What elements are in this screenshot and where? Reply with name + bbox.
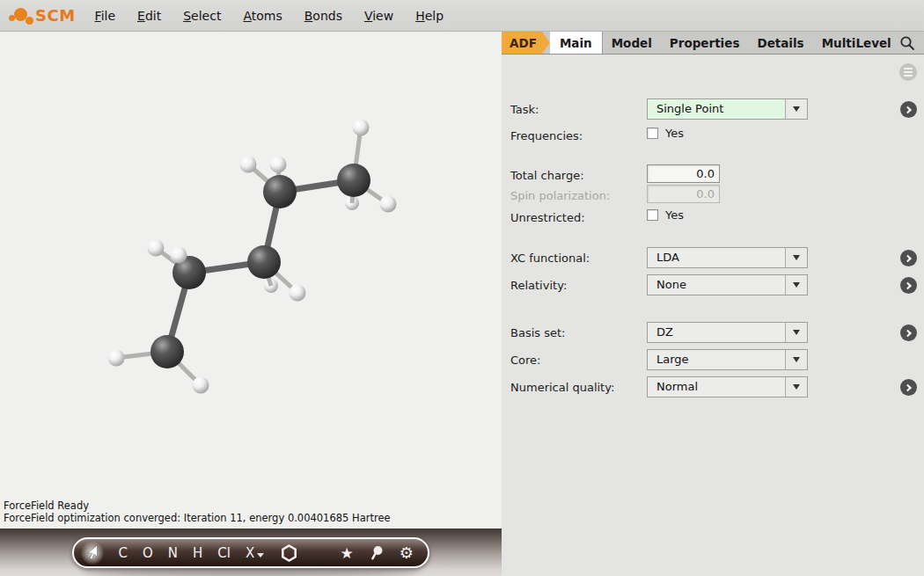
molecule-viewport[interactable]: ForceField Ready ForceField optimization…	[0, 32, 502, 576]
basis-set-dropdown[interactable]: DZ	[647, 322, 808, 343]
row-frequencies: Frequencies: Yes	[510, 125, 917, 148]
carbon-atom[interactable]	[263, 175, 297, 208]
tab-details[interactable]: Details	[748, 32, 812, 54]
spin-polarization-label: Spin polarization:	[510, 189, 610, 202]
scm-logo-menu[interactable]: SCM	[9, 4, 76, 28]
select-tool-button[interactable]	[81, 542, 104, 565]
input-panel: ADF Main Model Properties Details MultiL…	[502, 32, 924, 576]
tab-bar: ADF Main Model Properties Details MultiL…	[502, 32, 924, 55]
relativity-dropdown[interactable]: None	[647, 274, 808, 295]
hydrogen-atom[interactable]	[240, 157, 257, 173]
frequencies-yes-label: Yes	[665, 127, 684, 140]
structure-toolbar: CONHClX ★ ⚙	[72, 537, 429, 568]
numerical-quality-label: Numerical quality:	[510, 381, 614, 394]
relativity-detail-button[interactable]	[900, 277, 917, 294]
menu-file[interactable]: File	[95, 9, 115, 23]
row-task: Task: Single Point	[510, 98, 917, 121]
adf-engine-tag[interactable]: ADF	[502, 32, 550, 54]
dropdown-arrow-icon[interactable]	[785, 99, 807, 119]
frequencies-label: Frequencies:	[510, 129, 583, 142]
dropdown-arrow-icon[interactable]	[785, 350, 807, 369]
balloon-icon	[369, 544, 385, 562]
numerical-quality-dropdown[interactable]: Normal	[647, 376, 808, 397]
element-buttons: CONHClX	[111, 545, 272, 561]
panel-menu-button[interactable]	[899, 63, 917, 81]
pill-reflection	[84, 567, 418, 576]
frequencies-checkbox[interactable]	[647, 128, 658, 139]
basis-set-label: Basis set:	[510, 326, 565, 339]
chevron-right-icon	[904, 254, 911, 261]
row-core: Core: Large	[510, 349, 917, 372]
menu-select[interactable]: Select	[183, 9, 221, 23]
dropdown-arrow-icon[interactable]	[785, 248, 807, 267]
tab-model[interactable]: Model	[603, 32, 661, 54]
adfinput-window: SCM FileEditSelectAtomsBondsViewHelp For…	[0, 0, 924, 576]
tab-multilevel[interactable]: MultiLevel	[813, 32, 900, 54]
element-dropdown-caret-icon[interactable]	[257, 553, 264, 558]
menu-items: FileEditSelectAtomsBondsViewHelp	[95, 9, 466, 23]
scm-logo-icon	[9, 4, 35, 28]
molecule-3d-view[interactable]	[0, 32, 502, 576]
element-button-h[interactable]: H	[193, 545, 202, 561]
task-detail-button[interactable]	[900, 101, 917, 118]
menu-bonds[interactable]: Bonds	[304, 9, 342, 23]
task-label: Task:	[510, 103, 539, 116]
carbon-atom[interactable]	[247, 245, 281, 279]
cursor-arrow-icon	[84, 544, 100, 562]
row-spin-polarization: Spin polarization:	[510, 185, 917, 208]
scm-logo-text: SCM	[35, 6, 76, 25]
menu-help[interactable]: Help	[415, 9, 444, 23]
core-dropdown[interactable]: Large	[647, 349, 808, 370]
gear-icon: ⚙	[400, 543, 414, 562]
tab-properties[interactable]: Properties	[661, 32, 749, 54]
hydrogen-atom[interactable]	[380, 196, 397, 213]
status-messages: ForceField Ready ForceField optimization…	[4, 500, 391, 524]
row-numerical-quality: Numerical quality: Normal	[510, 376, 917, 399]
row-unrestricted: Unrestricted: Yes	[510, 207, 917, 230]
hydrogen-atom[interactable]	[171, 247, 187, 264]
xc-functional-dropdown[interactable]: LDA	[647, 247, 808, 268]
toolbar-dock: CONHClX ★ ⚙	[0, 529, 502, 576]
element-button-n[interactable]: N	[168, 545, 178, 561]
menubar: SCM FileEditSelectAtomsBondsViewHelp	[0, 0, 924, 32]
xc-functional-label: XC functional:	[510, 252, 590, 265]
unrestricted-yes-label: Yes	[665, 208, 684, 222]
tab-main[interactable]: Main	[550, 32, 603, 54]
numerical-quality-detail-button[interactable]	[900, 379, 917, 396]
hydrogen-atom[interactable]	[148, 240, 165, 257]
xc-functional-detail-button[interactable]	[900, 250, 917, 266]
menu-edit[interactable]: Edit	[137, 9, 161, 23]
spin-polarization-input	[647, 185, 720, 203]
unrestricted-checkbox[interactable]	[647, 209, 658, 221]
hydrogen-atom[interactable]	[108, 350, 125, 367]
star-icon: ★	[341, 544, 354, 562]
dropdown-arrow-icon[interactable]	[785, 323, 807, 342]
relativity-label: Relativity:	[510, 279, 567, 292]
hydrogen-atom[interactable]	[290, 285, 306, 302]
element-button-o[interactable]: O	[143, 545, 153, 561]
hydrogen-atom[interactable]	[353, 120, 370, 136]
element-button-cl[interactable]: Cl	[217, 545, 231, 561]
row-basis-set: Basis set: DZ	[510, 322, 917, 345]
search-icon[interactable]	[899, 35, 915, 51]
total-charge-input[interactable]	[647, 164, 720, 183]
basis-set-detail-button[interactable]	[900, 324, 917, 341]
menu-view[interactable]: View	[364, 9, 393, 23]
balloon-tool-button[interactable]	[369, 544, 385, 562]
chevron-right-icon	[904, 329, 911, 336]
hydrogen-atom[interactable]	[193, 377, 209, 394]
hexagon-ring-icon	[281, 544, 297, 562]
task-dropdown[interactable]: Single Point	[647, 98, 808, 120]
dropdown-arrow-icon[interactable]	[785, 377, 807, 397]
carbon-atom[interactable]	[337, 164, 370, 197]
dropdown-arrow-icon[interactable]	[785, 275, 807, 295]
element-button-x[interactable]: X	[246, 545, 264, 561]
structures-tool-button[interactable]: ★	[341, 544, 354, 562]
element-button-c[interactable]: C	[119, 545, 128, 561]
carbon-atom[interactable]	[150, 335, 184, 368]
menu-atoms[interactable]: Atoms	[243, 9, 282, 23]
ring-tool-button[interactable]	[281, 544, 297, 562]
hydrogen-atom[interactable]	[270, 157, 287, 173]
settings-tool-button[interactable]: ⚙	[400, 543, 414, 562]
row-relativity: Relativity: None	[510, 274, 917, 297]
